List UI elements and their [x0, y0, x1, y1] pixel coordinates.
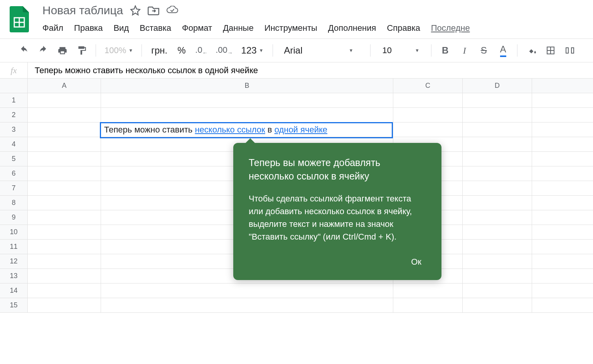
strikethrough-button[interactable]: S	[475, 42, 492, 59]
row-header[interactable]: 5	[0, 152, 28, 166]
cell-D2[interactable]	[463, 108, 532, 122]
currency-format-button[interactable]: грн.	[147, 45, 171, 56]
cell-A1[interactable]	[28, 93, 101, 107]
redo-button[interactable]	[35, 42, 52, 59]
column-header-D[interactable]: D	[463, 79, 532, 93]
cell-B3[interactable]: Теперь можно ставить несколько ссылок в …	[101, 122, 393, 137]
fill-color-button[interactable]	[523, 42, 540, 59]
number-format-select[interactable]: 123 ▼	[238, 45, 268, 56]
zoom-select[interactable]: 100% ▼	[101, 45, 136, 55]
star-icon[interactable]	[130, 5, 141, 16]
paint-format-button[interactable]	[73, 42, 90, 59]
menu-help[interactable]: Справка	[387, 23, 420, 33]
increase-decimal-button[interactable]: .00→	[214, 42, 235, 59]
cell-B1[interactable]	[101, 93, 393, 107]
link-1[interactable]: несколько ссылок	[195, 125, 265, 134]
cell-C2[interactable]	[393, 108, 463, 122]
decrease-decimal-button[interactable]: .0←	[192, 42, 211, 59]
text-color-button[interactable]: A	[495, 42, 512, 59]
row-header[interactable]: 8	[0, 196, 28, 210]
cell-A9[interactable]	[28, 210, 101, 225]
link-2[interactable]: одной ячейке	[275, 125, 327, 134]
menu-view[interactable]: Вид	[113, 23, 129, 33]
row-header[interactable]: 9	[0, 210, 28, 225]
row-header[interactable]: 7	[0, 181, 28, 195]
row-header[interactable]: 1	[0, 93, 28, 107]
percent-format-button[interactable]: %	[174, 45, 189, 56]
row-header[interactable]: 6	[0, 166, 28, 181]
menu-data[interactable]: Данные	[223, 23, 253, 33]
cell-A3[interactable]	[28, 122, 101, 137]
formula-input[interactable]	[28, 62, 593, 78]
menu-file[interactable]: Файл	[42, 23, 63, 33]
cell-D1[interactable]	[463, 93, 532, 107]
row-header[interactable]: 3	[0, 122, 28, 137]
menu-format[interactable]: Формат	[182, 23, 212, 33]
menu-last-edit[interactable]: Последне	[431, 23, 470, 33]
column-header-A[interactable]: A	[28, 79, 101, 93]
cell-D6[interactable]	[463, 166, 532, 181]
cell-A7[interactable]	[28, 181, 101, 195]
cell-D14[interactable]	[463, 283, 532, 298]
undo-button[interactable]	[15, 42, 32, 59]
cell-B14[interactable]	[101, 283, 393, 298]
column-header-C[interactable]: C	[393, 79, 463, 93]
cell-A4[interactable]	[28, 137, 101, 151]
cell-A5[interactable]	[28, 152, 101, 166]
cell-C14[interactable]	[393, 283, 463, 298]
borders-button[interactable]	[542, 42, 559, 59]
cell-D13[interactable]	[463, 269, 532, 283]
menu-insert[interactable]: Вставка	[140, 23, 171, 33]
cell-A14[interactable]	[28, 283, 101, 298]
cell-A15[interactable]	[28, 298, 101, 312]
merge-cells-button[interactable]	[561, 42, 578, 59]
column-header-B[interactable]: B	[101, 79, 393, 93]
font-family-select[interactable]: Arial ▼	[278, 45, 365, 56]
cell-D8[interactable]	[463, 196, 532, 210]
select-all-corner[interactable]	[0, 79, 28, 93]
tooltip-ok-button[interactable]: Ок	[249, 255, 426, 269]
cell-D3[interactable]	[463, 122, 532, 137]
cell-D9[interactable]	[463, 210, 532, 225]
cell-A6[interactable]	[28, 166, 101, 181]
cell-A2[interactable]	[28, 108, 101, 122]
feature-tooltip: Теперь вы можете добавлять несколько ссы…	[233, 143, 441, 280]
cell-D7[interactable]	[463, 181, 532, 195]
caret-down-icon: ▼	[349, 48, 354, 53]
row-header[interactable]: 4	[0, 137, 28, 151]
row-header[interactable]: 12	[0, 254, 28, 268]
italic-button[interactable]: I	[456, 42, 473, 59]
bold-button[interactable]: B	[437, 42, 454, 59]
cell-A13[interactable]	[28, 269, 101, 283]
cloud-status-icon[interactable]	[166, 6, 179, 15]
document-title[interactable]: Новая таблица	[42, 4, 123, 17]
cell-B2[interactable]	[101, 108, 393, 122]
sheets-logo[interactable]	[8, 4, 31, 35]
move-folder-icon[interactable]	[148, 5, 159, 15]
menu-edit[interactable]: Правка	[74, 23, 103, 33]
cell-D4[interactable]	[463, 137, 532, 151]
row-header[interactable]: 15	[0, 298, 28, 312]
cell-A12[interactable]	[28, 254, 101, 268]
print-button[interactable]	[54, 42, 71, 59]
menu-tools[interactable]: Инструменты	[264, 23, 317, 33]
cell-C1[interactable]	[393, 93, 463, 107]
row-header[interactable]: 11	[0, 240, 28, 254]
cell-A10[interactable]	[28, 225, 101, 239]
cell-C3[interactable]	[393, 122, 463, 137]
cell-D11[interactable]	[463, 240, 532, 254]
cell-D5[interactable]	[463, 152, 532, 166]
row-header[interactable]: 13	[0, 269, 28, 283]
row-header[interactable]: 14	[0, 283, 28, 298]
row-header[interactable]: 10	[0, 225, 28, 239]
cell-B15[interactable]	[101, 298, 393, 312]
row-header[interactable]: 2	[0, 108, 28, 122]
font-size-select[interactable]: 10 ▼	[376, 45, 425, 55]
cell-C15[interactable]	[393, 298, 463, 312]
cell-D10[interactable]	[463, 225, 532, 239]
cell-D15[interactable]	[463, 298, 532, 312]
cell-A8[interactable]	[28, 196, 101, 210]
menu-addons[interactable]: Дополнения	[328, 23, 376, 33]
cell-A11[interactable]	[28, 240, 101, 254]
cell-D12[interactable]	[463, 254, 532, 268]
